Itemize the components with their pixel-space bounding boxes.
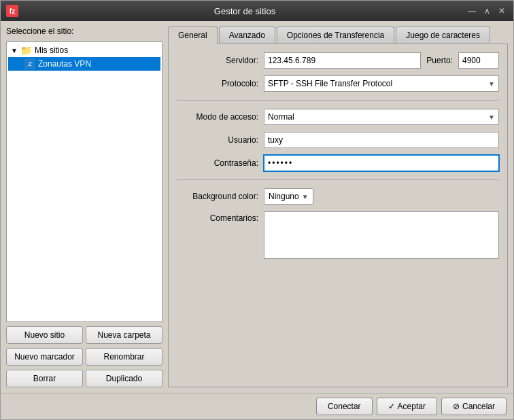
accept-label: Aceptar [398,402,426,411]
site-tree[interactable]: ▼ 📁 Mis sitios Z Zonautas VPN [6,41,162,322]
rename-button[interactable]: Renombrar [86,348,162,366]
divider-1 [177,100,499,101]
form-panel: Servidor: Puerto: Protocolo: SFTP - SSH … [168,44,508,387]
select-site-label: Seleccione el sitio: [6,27,162,36]
modo-acceso-row: Modo de acceso: Normal Activo Pasivo ▼ [177,109,499,125]
tab-transfer[interactable]: Opciones de Transferencia [277,27,394,43]
cancel-label: Cancelar [462,402,495,411]
usuario-label: Usuario: [177,135,258,145]
maximize-button[interactable]: ∧ [481,5,493,17]
accept-button[interactable]: ✓ Aceptar [377,398,437,415]
servidor-row: Servidor: Puerto: [177,52,499,69]
folder-icon: 📁 [20,45,32,56]
comentarios-label: Comentarios: [177,211,258,223]
duplicate-button[interactable]: Duplicado [86,370,162,387]
comentarios-row: Comentarios: [177,211,499,379]
protocolo-label: Protocolo: [177,79,258,88]
connect-label: Conectar [328,402,361,411]
protocolo-select[interactable]: SFTP - SSH File Transfer Protocol FTP - … [264,75,499,92]
contrasena-row: Contraseña: [177,155,499,171]
bg-color-label: Background color: [177,192,258,201]
tab-advanced[interactable]: Avanzado [219,27,275,43]
modo-acceso-select-wrapper: Normal Activo Pasivo ▼ [264,109,499,125]
site-actions-row2: Nuevo marcador Renombrar [6,348,162,366]
tab-charset[interactable]: Juego de caracteres [396,27,490,43]
connect-button[interactable]: Conectar [316,398,373,415]
protocolo-row: Protocolo: SFTP - SSH File Transfer Prot… [177,75,499,92]
titlebar: fz Gestor de sitios — ∧ ✕ [1,1,513,21]
contrasena-label: Contraseña: [177,158,258,168]
left-panel: Seleccione el sitio: ▼ 📁 Mis sitios Z Zo… [6,27,162,387]
folder-label: Mis sitios [35,46,68,55]
chevron-down-icon: ▼ [11,47,18,54]
puerto-label: Puerto: [426,56,453,65]
vpn-site-icon: Z [24,58,35,69]
bottom-bar: Conectar ✓ Aceptar ⊘ Cancelar [1,393,513,419]
tree-item-zonautas[interactable]: Z Zonautas VPN [8,57,160,71]
puerto-input[interactable] [458,52,499,69]
modo-acceso-label: Modo de acceso: [177,112,258,122]
delete-button[interactable]: Borrar [6,370,83,387]
cancel-button[interactable]: ⊘ Cancelar [441,398,507,415]
new-folder-button[interactable]: Nueva carpeta [86,326,162,344]
bg-color-select[interactable]: Ninguno ▼ [264,188,313,205]
minimize-button[interactable]: — [466,5,478,17]
tab-general[interactable]: General [168,27,218,44]
servidor-label: Servidor: [177,56,258,65]
right-panel: General Avanzado Opciones de Transferenc… [168,27,508,387]
divider-2 [177,179,499,180]
tab-bar: General Avanzado Opciones de Transferenc… [168,27,508,44]
new-site-button[interactable]: Nuevo sitio [6,326,83,344]
servidor-input[interactable] [264,52,421,69]
modo-acceso-select[interactable]: Normal Activo Pasivo [264,109,499,125]
window-title: Gestor de sitios [24,6,466,16]
bg-color-value: Ninguno [269,192,299,201]
usuario-input[interactable] [264,132,499,148]
site-actions-row1: Nuevo sitio Nueva carpeta [6,326,162,344]
site-item-label: Zonautas VPN [38,59,91,69]
bg-color-row: Background color: Ninguno ▼ [177,188,499,205]
checkmark-icon: ✓ [388,402,395,411]
tree-folder-mis-sitios[interactable]: ▼ 📁 Mis sitios [8,43,160,57]
close-button[interactable]: ✕ [496,5,508,17]
usuario-row: Usuario: [177,132,499,148]
app-icon: fz [6,5,18,17]
comentarios-textarea[interactable] [264,211,499,259]
bg-color-dropdown-icon: ▼ [302,193,309,200]
cancel-icon: ⊘ [453,402,460,411]
protocolo-select-wrapper: SFTP - SSH File Transfer Protocol FTP - … [264,75,499,92]
new-bookmark-button[interactable]: Nuevo marcador [6,348,83,366]
site-actions-row3: Borrar Duplicado [6,370,162,387]
contrasena-input[interactable] [264,155,499,171]
main-window: fz Gestor de sitios — ∧ ✕ Seleccione el … [0,0,514,420]
titlebar-controls: — ∧ ✕ [466,5,508,17]
main-content: Seleccione el sitio: ▼ 📁 Mis sitios Z Zo… [1,21,513,393]
